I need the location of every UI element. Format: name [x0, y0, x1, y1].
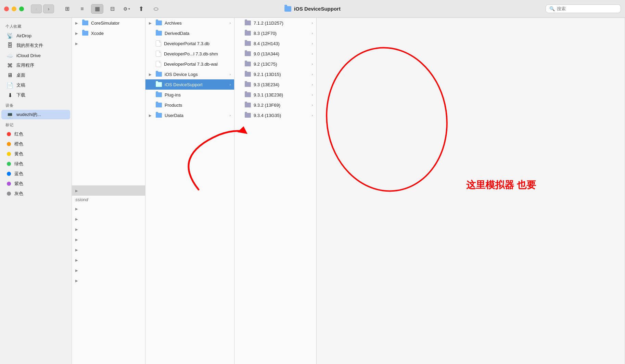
list-item[interactable]: ▶ UserData › [145, 110, 234, 120]
folder-icon [82, 21, 88, 25]
file-name: Xcode [91, 31, 142, 36]
close-button[interactable] [4, 6, 9, 11]
file-icon [156, 40, 161, 47]
search-input[interactable] [557, 6, 617, 11]
list-item[interactable]: DeveloperPortal 7.3.db [145, 38, 234, 49]
list-item[interactable]: ▶ [72, 214, 145, 224]
column-3: 7.1.2 (11D257) › 8.3 (12F70) › 8.4 (12H1… [234, 18, 317, 364]
list-item[interactable]: ▶ [72, 204, 145, 214]
list-item[interactable]: 9.0 (13A344) › [234, 49, 316, 59]
list-item[interactable]: 9.3.2 (13F69) › [234, 100, 316, 110]
sidebar-label-apps: 应用程序 [16, 62, 34, 68]
list-item[interactable]: 7.1.2 (11D257) › [234, 18, 316, 28]
chevron-icon: › [312, 114, 313, 117]
sidebar-item-tag-gray[interactable]: 灰色 [1, 189, 70, 198]
file-name: DeveloperPo...l 7.3.db-shm [164, 51, 231, 56]
window-controls [4, 6, 24, 11]
forward-button[interactable]: › [43, 4, 54, 13]
minimize-button[interactable] [12, 6, 16, 11]
chevron-icon: › [230, 73, 231, 76]
sidebar-item-tag-yellow[interactable]: 黄色 [1, 149, 70, 159]
maximize-button[interactable] [19, 6, 24, 11]
tag-dot-orange [7, 142, 11, 146]
list-item[interactable]: DerivedData [145, 28, 234, 38]
folder-icon [82, 31, 88, 36]
expand-icon: ▶ [75, 207, 79, 211]
view-grid-button[interactable]: ⊞ [61, 4, 73, 14]
sidebar-item-all-files[interactable]: 🗄 我的所有文件 [1, 41, 70, 50]
sidebar-item-apps[interactable]: ⌘ 应用程序 [1, 61, 70, 70]
tag-button[interactable]: ⬭ [150, 4, 162, 14]
list-item[interactable]: ▶ Archives › [145, 18, 234, 28]
chevron-icon: › [230, 21, 231, 25]
list-item[interactable]: ▶ [72, 245, 145, 255]
expand-icon: ▶ [75, 279, 79, 283]
list-item[interactable]: 8.3 (12F70) › [234, 28, 316, 38]
list-item[interactable]: DeveloperPortal 7.3.db-wal [145, 59, 234, 69]
list-item[interactable]: iOS DeviceSupport › [145, 79, 234, 90]
list-item[interactable]: Plug-ins [145, 90, 234, 100]
tag-dot-red [7, 132, 11, 136]
sidebar-item-airdrop[interactable]: 📡 AirDrop [1, 31, 70, 40]
sidebar-item-tag-blue[interactable]: 蓝色 [1, 169, 70, 179]
column-1: ▶ CoreSimulator ▶ Xcode ▶ ▶ ssiond [72, 18, 145, 364]
view-list-button[interactable]: ≡ [76, 4, 88, 14]
sidebar-item-tag-red[interactable]: 红色 [1, 129, 70, 139]
sidebar-item-tag-orange[interactable]: 橙色 [1, 139, 70, 149]
sidebar-label-tag-green: 绿色 [14, 161, 23, 167]
file-name: 7.1.2 (11D257) [254, 21, 309, 26]
expand-icon: ▶ [75, 217, 79, 221]
chevron-icon: › [312, 42, 313, 46]
expand-icon: ▶ [75, 21, 79, 25]
sidebar-item-wudezhi[interactable]: 💻 wudezhi的... [1, 110, 70, 119]
sidebar-item-icloud[interactable]: ☁️ iCloud Drive [1, 51, 70, 60]
folder-icon [156, 82, 162, 87]
list-item[interactable]: ▶ [72, 255, 145, 265]
list-item[interactable]: ▶ [72, 38, 145, 49]
list-item[interactable]: 9.2.1 (13D15) › [234, 69, 316, 79]
file-name: 9.2 (13C75) [254, 62, 309, 67]
chevron-icon: › [312, 73, 313, 76]
share-button[interactable]: ⬆ [135, 4, 147, 14]
expand-icon: ▶ [149, 73, 153, 76]
folder-icon [245, 113, 251, 118]
chevron-icon: › [312, 93, 313, 97]
list-item[interactable]: ▶ [72, 224, 145, 234]
expand-icon: ▶ [75, 269, 79, 272]
sidebar-label-all-files: 我的所有文件 [16, 42, 43, 49]
expand-icon: ▶ [149, 114, 153, 117]
list-item[interactable]: ▶ [72, 185, 145, 196]
list-item[interactable]: ▶ CoreSimulator [72, 18, 145, 28]
list-item[interactable]: Products [145, 100, 234, 110]
sidebar-item-downloads[interactable]: ⬇ 下载 [1, 90, 70, 100]
title-bar: ‹ › ⊞ ≡ ▦ ⊟ ⚙▾ ⬆ ⬭ iOS DeviceSupport 🔍 [0, 0, 625, 18]
list-item[interactable]: 9.2 (13C75) › [234, 59, 316, 69]
file-icon [156, 51, 161, 57]
list-item[interactable]: DeveloperPo...l 7.3.db-shm [145, 49, 234, 59]
list-item[interactable]: ▶ Xcode [72, 28, 145, 38]
list-item[interactable]: ▶ iOS Device Logs › [145, 69, 234, 79]
list-item[interactable]: 8.4 (12H143) › [234, 38, 316, 49]
list-item[interactable]: ▶ [72, 265, 145, 275]
folder-icon [156, 92, 162, 97]
list-item[interactable]: ▶ [72, 234, 145, 245]
list-item[interactable]: 9.3.4 (13G35) › [234, 110, 316, 120]
file-name: Archives [165, 21, 227, 26]
view-columns-button[interactable]: ▦ [91, 4, 103, 14]
sidebar-item-desktop[interactable]: 🖥 桌面 [1, 70, 70, 80]
expand-icon: ▶ [75, 31, 79, 35]
sidebar-item-tag-green[interactable]: 绿色 [1, 159, 70, 169]
sidebar-item-tag-purple[interactable]: 紫色 [1, 179, 70, 188]
folder-icon [156, 31, 162, 36]
search-bar[interactable]: 🔍 [546, 4, 621, 13]
list-item[interactable]: ▶ [72, 275, 145, 286]
list-item[interactable]: 9.3 (13E234) › [234, 79, 316, 90]
back-button[interactable]: ‹ [31, 4, 42, 13]
file-name: 9.3.4 (13G35) [254, 113, 309, 118]
list-item[interactable]: 9.3.1 (13E238) › [234, 90, 316, 100]
sidebar-item-docs[interactable]: 📄 文稿 [1, 80, 70, 90]
toolbar-icons: ⊞ ≡ ▦ ⊟ ⚙▾ ⬆ ⬭ [61, 4, 162, 14]
view-more-button[interactable]: ⚙▾ [121, 5, 132, 13]
folder-icon [245, 72, 251, 77]
view-gallery-button[interactable]: ⊟ [106, 4, 118, 14]
